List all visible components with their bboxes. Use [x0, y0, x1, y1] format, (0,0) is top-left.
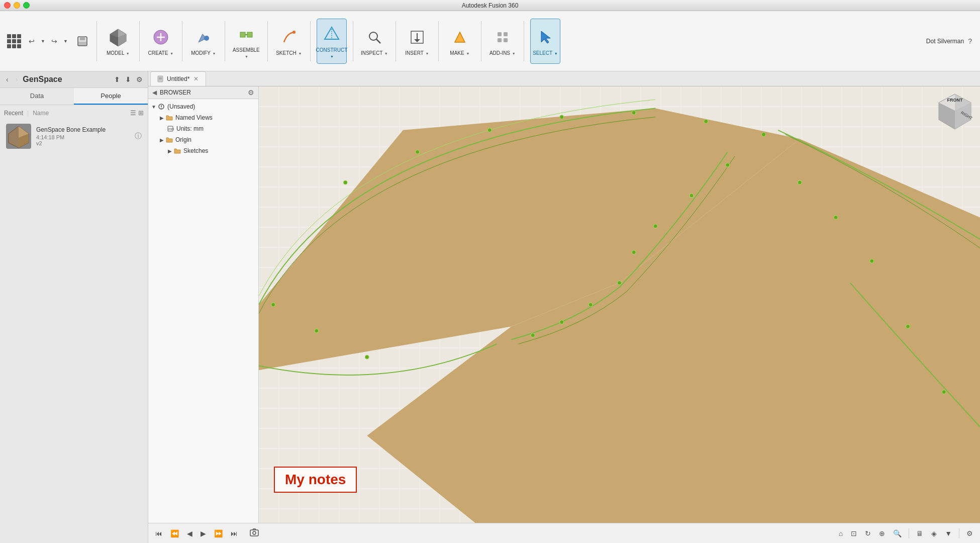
file-name: GenSpace Bone Example [36, 126, 130, 133]
playback-play-button[interactable]: ▶ [198, 527, 209, 539]
panel-settings-button[interactable]: ⚙ [135, 74, 144, 84]
list-view-button[interactable]: ☰ [130, 109, 136, 117]
expand-icon-named-views[interactable]: ▶ [158, 114, 165, 121]
expand-icon-unsaved[interactable]: ▼ [150, 103, 157, 110]
recent-header: Recent | Name ☰ ⊞ [4, 109, 144, 117]
toolbar-section-select: SELECT ▼ [528, 11, 562, 71]
construct-icon [321, 23, 343, 45]
browser-tree: ▼ (Unsaved) [148, 99, 258, 523]
file-item[interactable]: GenSpace Bone Example 4:14:18 PM v2 ⓘ [4, 121, 144, 152]
panel-download-button[interactable]: ⬇ [124, 74, 132, 84]
user-info: Dot Silverman ? [922, 37, 976, 45]
playback-first-button[interactable]: ⏮ [152, 527, 165, 539]
svg-rect-2 [78, 42, 86, 45]
svg-point-15 [292, 31, 296, 34]
minimize-button[interactable] [14, 2, 20, 9]
toolbar-separator-11 [524, 21, 524, 61]
document-tab[interactable]: Untitled* ✕ [150, 71, 206, 86]
viewport-fit-button[interactable]: ⊡ [848, 527, 860, 539]
create-button[interactable]: CREATE ▼ [146, 19, 176, 64]
viewport-3d[interactable]: FRONT RIGHT My notes [259, 86, 980, 523]
inspect-button[interactable]: INSPECT ▼ [359, 19, 389, 64]
redo-dropdown[interactable]: ▼ [61, 37, 70, 45]
tree-item-units[interactable]: mm Units: mm [148, 123, 258, 134]
rendering-button[interactable]: ◈ [928, 527, 940, 539]
display-dropdown-button[interactable]: ▼ [942, 527, 955, 539]
grid-view-button[interactable] [4, 19, 24, 64]
browser-collapse-button[interactable]: ◀ [152, 89, 157, 96]
svg-point-47 [253, 531, 256, 534]
expand-icon-sketches[interactable]: ▶ [166, 147, 173, 154]
viewport-home-button[interactable]: ⌂ [836, 527, 846, 539]
viewport-orbit-button[interactable]: ↻ [862, 527, 874, 539]
playback-next-button[interactable]: ⏩ [211, 527, 226, 539]
tab-close-button[interactable]: ✕ [192, 75, 200, 82]
unit-icon: mm [166, 125, 174, 133]
insert-button[interactable]: INSERT ▼ [402, 19, 432, 64]
make-button[interactable]: MAKE ▼ [445, 19, 475, 64]
maximize-button[interactable] [23, 2, 30, 9]
file-info: GenSpace Bone Example 4:14:18 PM v2 [36, 126, 130, 146]
toolbar-separator-9 [438, 21, 439, 61]
toolbar-separator-4 [225, 21, 225, 61]
camera-capture-button[interactable] [247, 526, 262, 540]
tree-item-sketches[interactable]: ▶ Sketches [148, 145, 258, 156]
playback-reverse-button[interactable]: ◀ [184, 527, 195, 539]
save-button[interactable] [72, 19, 92, 64]
title-bar: Autodesk Fusion 360 [0, 0, 980, 11]
panel-upload-button[interactable]: ⬆ [113, 74, 121, 84]
assemble-icon [235, 23, 257, 45]
main-area: Untitled* ✕ ◀ BROWSER ⚙ ▼ [148, 71, 980, 543]
model-button[interactable]: MODEL ▼ [103, 19, 133, 64]
tab-data[interactable]: Data [0, 88, 74, 105]
browser-settings-button[interactable]: ⚙ [248, 88, 254, 97]
assemble-button[interactable]: ASSEMBLE ▼ [231, 19, 261, 64]
svg-point-19 [369, 32, 377, 40]
recent-label: Recent [4, 110, 23, 117]
tab-bar: Untitled* ✕ [148, 71, 980, 86]
toolbar-separator-7 [353, 21, 353, 61]
folder-sketches-icon [173, 147, 181, 155]
svg-rect-25 [504, 32, 508, 36]
toolbar-section-construct: CONSTRUCT ▼ [315, 11, 349, 71]
redo-button[interactable]: ↪ [49, 36, 60, 47]
app: ↩ ▼ ↪ ▼ [0, 11, 980, 543]
tree-item-unsaved[interactable]: ▼ (Unsaved) [148, 101, 258, 112]
panel-forward-button[interactable]: › [14, 74, 20, 84]
close-button[interactable] [4, 2, 11, 9]
modify-button[interactable]: MODIFY ▼ [188, 19, 219, 64]
window-controls [4, 2, 30, 9]
view-cube[interactable]: FRONT RIGHT [935, 92, 975, 132]
sketch-button[interactable]: SKETCH ▼ [274, 19, 304, 64]
tab-people[interactable]: People [74, 88, 148, 105]
my-notes-annotation[interactable]: My notes [274, 467, 357, 493]
tree-item-named-views[interactable]: ▶ Named Views [148, 112, 258, 123]
playback-last-button[interactable]: ⏭ [228, 527, 241, 539]
tree-doc-icon [157, 103, 165, 111]
settings-gear-button[interactable]: ⚙ [963, 527, 976, 539]
undo-button[interactable]: ↩ [26, 36, 37, 47]
help-button[interactable]: ? [968, 37, 972, 45]
viewport-zoom-in-button[interactable]: 🔍 [890, 527, 905, 539]
playback-prev-button[interactable]: ⏪ [167, 527, 182, 539]
select-icon [534, 26, 556, 48]
construct-button[interactable]: CONSTRUCT ▼ [317, 19, 347, 64]
display-settings-button[interactable]: 🖥 [913, 527, 926, 539]
construct-label: CONSTRUCT ▼ [316, 47, 348, 59]
add-ins-button[interactable]: ADD-INS ▼ [487, 19, 518, 64]
panel-tabs: Data People [0, 88, 148, 105]
viewport-zoom-fit-button[interactable]: ⊕ [876, 527, 888, 539]
grid-view-button[interactable]: ⊞ [138, 109, 144, 117]
select-button[interactable]: SELECT ▼ [530, 19, 560, 64]
tree-item-origin[interactable]: ▶ Origin [148, 134, 258, 145]
viewport-canvas[interactable] [259, 86, 980, 523]
toolbar-section-modify: MODIFY ▼ [186, 11, 221, 71]
modify-icon [192, 26, 215, 48]
toolbar-section-insert: INSERT ▼ [400, 11, 434, 71]
undo-dropdown[interactable]: ▼ [38, 37, 48, 45]
document-tab-label: Untitled* [167, 75, 189, 82]
create-label: CREATE ▼ [148, 50, 174, 56]
expand-icon-origin[interactable]: ▶ [158, 136, 165, 143]
panel-back-button[interactable]: ‹ [4, 74, 11, 84]
file-info-button[interactable]: ⓘ [135, 132, 142, 141]
